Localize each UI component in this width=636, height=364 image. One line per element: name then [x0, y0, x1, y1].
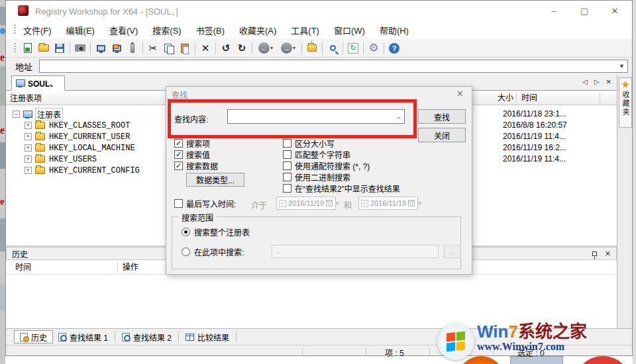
menu-bookmark[interactable]: 书签(B) [189, 24, 232, 36]
search-in-key-input[interactable]: ⌄ [272, 245, 439, 258]
cut-icon[interactable]: ✂ [145, 41, 161, 56]
checkbox-binary-search[interactable]: 使用二进制搜索 [283, 172, 350, 182]
usb-device-icon[interactable] [125, 41, 140, 56]
dialog-close-icon[interactable]: ✕ [456, 89, 464, 99]
menu-favorites[interactable]: 收藏夹(A) [232, 24, 284, 36]
address-input[interactable]: ▼ [39, 60, 628, 73]
tab-find-results-1[interactable]: 查找结果 1 [53, 330, 113, 343]
expand-icon[interactable]: + [25, 167, 32, 174]
up-key-icon[interactable]: ↑ [304, 41, 320, 56]
tab-compare-results[interactable]: 比较结果 [180, 330, 235, 343]
checkbox-search-data[interactable]: ✓ 搜索数据 [174, 161, 218, 171]
options-gear-icon[interactable]: ⚙ [366, 41, 382, 56]
forward-icon[interactable]: →▾ [277, 41, 299, 56]
column-size[interactable]: 大小 [498, 91, 513, 105]
checkbox-icon [283, 150, 292, 159]
menu-search[interactable]: 搜索(S) [145, 24, 188, 36]
browse-key-button[interactable]: ... [444, 245, 461, 258]
checkbox-last-write-time[interactable]: 最后写入时间: [174, 199, 236, 208]
radio-search-in-key[interactable]: 在此项中搜索: [182, 246, 244, 257]
menu-tools[interactable]: 工具(T) [284, 24, 327, 36]
checkbox-match-whole-string[interactable]: 匹配整个字符串 [283, 150, 350, 159]
toolbar-grip[interactable] [14, 43, 16, 54]
delete-icon[interactable]: ✕ [197, 41, 213, 56]
minimize-button[interactable]: – [549, 6, 559, 16]
network-icon[interactable] [109, 41, 125, 56]
menu-file[interactable]: 文件(F) [16, 24, 59, 36]
back-icon[interactable]: ←▾ [254, 41, 277, 56]
tab-find-results-2[interactable]: 查找结果 2 [117, 330, 177, 343]
tab-history[interactable]: 历史 [14, 330, 53, 343]
desktop-ie-fragment: e [0, 196, 5, 207]
toolbar-separator [252, 42, 252, 54]
pin-icon[interactable] [592, 251, 597, 256]
winwin7-watermark: Win7系统之家 www.Winwin7.com [437, 323, 587, 360]
tab-close-icon[interactable]: ✕ [606, 78, 611, 85]
history-close-icon[interactable]: ✕ [605, 250, 611, 258]
checkbox-case-sensitive[interactable]: 区分大小写 [283, 138, 335, 148]
address-label: 地址 [15, 60, 32, 73]
address-dropdown-icon[interactable]: ▼ [616, 60, 627, 72]
menu-window[interactable]: 窗口(W) [327, 24, 372, 36]
column-history-time[interactable]: 时间 [15, 260, 31, 275]
data-type-button[interactable]: 数据类型... [186, 173, 244, 187]
date-picker-from[interactable]: ✓ 2016/11/19 ▼ [276, 197, 336, 210]
chevron-down-icon[interactable]: ▼ [335, 201, 340, 206]
local-computer-icon[interactable] [93, 41, 109, 56]
title-bar: Registry Workshop for X64 - [SOUL、] – ▢ … [6, 1, 632, 21]
chevron-down-icon[interactable]: ▼ [417, 201, 422, 206]
search-icon[interactable] [325, 41, 341, 56]
date-picker-to[interactable]: ✓ 2016/11/19 ▼ [358, 197, 418, 210]
checkbox-wildcard-search[interactable]: 使用通配符搜索 (*, ?) [283, 161, 370, 171]
radio-search-entire-registry[interactable]: 搜索整个注册表 [182, 226, 250, 238]
checkbox-icon: ✓ [174, 150, 183, 159]
computer-icon [16, 79, 25, 87]
expand-icon[interactable]: + [25, 122, 32, 129]
desktop-icon-fragment [0, 7, 5, 25]
column-divider[interactable] [117, 262, 118, 273]
redo-icon[interactable]: ↻ [234, 41, 250, 56]
paste-icon[interactable] [177, 41, 193, 56]
tab-scroll-right-icon[interactable]: ▷ [594, 78, 600, 85]
checkbox-show-in-results2[interactable]: 在“查找结果2”中显示查找结果 [283, 183, 400, 193]
import-reg-icon[interactable] [20, 41, 36, 56]
collapse-icon[interactable]: − [13, 111, 20, 118]
help-icon[interactable]: ? [386, 41, 402, 56]
tab-scroll-left-icon[interactable]: ◁ [582, 78, 588, 85]
menu-view[interactable]: 查看(V) [102, 24, 145, 36]
column-history-action[interactable]: 操作 [123, 260, 138, 275]
toolbar-separator [90, 42, 91, 54]
refresh-icon[interactable]: ↻ [345, 41, 361, 56]
expand-icon[interactable]: + [25, 133, 32, 140]
favorites-strip: ★ 收藏夹 [617, 75, 632, 355]
menu-edit[interactable]: 编辑(E) [59, 24, 102, 36]
maximize-button[interactable]: ▢ [579, 6, 590, 16]
tab-soul[interactable]: SOUL、 [11, 75, 65, 91]
calendar-icon [326, 200, 333, 206]
snapshot-camera-icon[interactable] [72, 41, 88, 56]
chevron-down-icon: ⌄ [272, 246, 284, 257]
find-dialog: 查找 ✕ 查找内容: ⌄ 查找 关闭 ✓ 搜索项 ✓ 搜索值 ✓ 搜索数据 数据… [166, 86, 472, 275]
column-divider[interactable] [600, 93, 600, 103]
open-folder-icon[interactable] [36, 41, 52, 56]
column-time[interactable]: 时间 [521, 91, 537, 105]
column-divider[interactable] [516, 93, 517, 103]
close-button[interactable]: ✕ [610, 6, 620, 16]
find-results-icon [58, 333, 66, 341]
save-icon[interactable] [52, 41, 68, 56]
menu-help[interactable]: 帮助(H) [372, 24, 416, 36]
close-dialog-button[interactable]: 关闭 [418, 128, 466, 142]
checkbox-search-keys[interactable]: ✓ 搜索项 [174, 138, 210, 148]
expand-icon[interactable]: + [25, 144, 32, 152]
expand-icon[interactable]: + [25, 156, 32, 163]
find-results-icon [122, 333, 130, 341]
copy-icon[interactable] [161, 41, 177, 56]
find-button[interactable]: 查找 [418, 109, 466, 124]
star-icon: ★ [621, 80, 629, 89]
favorites-tab-label: 收藏夹 [620, 91, 631, 116]
checkbox-icon [283, 139, 292, 148]
favorites-tab[interactable]: ★ 收藏夹 [619, 77, 632, 128]
history-title: 历史 [12, 248, 28, 259]
checkbox-search-values[interactable]: ✓ 搜索值 [174, 150, 210, 159]
undo-icon[interactable]: ↺ [218, 41, 234, 56]
